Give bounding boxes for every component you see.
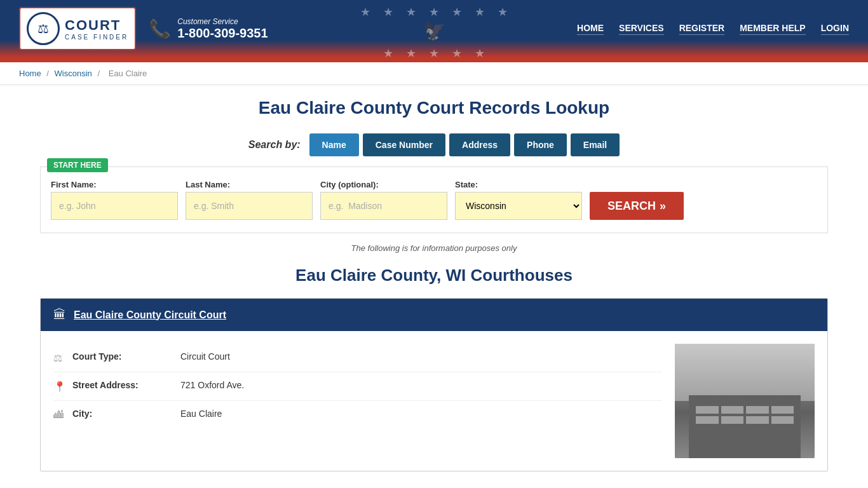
state-label: State:	[455, 180, 582, 189]
window-2	[721, 406, 744, 414]
breadcrumb-current: Eau Claire	[109, 69, 147, 78]
building-windows	[696, 406, 794, 424]
stars-row-top: ★★★★★★★	[360, 5, 508, 19]
header-stars-decoration: ★★★★★★★ 🦅 ★★★★★	[360, 0, 508, 60]
courthouse-name-link[interactable]: Eau Claire County Circuit Court	[74, 309, 226, 321]
tab-address[interactable]: Address	[449, 133, 510, 156]
gavel-icon: ⚖	[53, 352, 66, 364]
header-left: ⚖ COURT CASE FINDER 📞 Customer Service 1…	[19, 7, 268, 50]
search-by-label: Search by:	[248, 139, 301, 151]
city-icon: 🏙	[53, 409, 66, 421]
courthouse-icon: 🏛	[53, 308, 66, 322]
eagle-icon: 🦅	[423, 20, 445, 41]
breadcrumb: Home / Wisconsin / Eau Claire	[0, 62, 868, 85]
search-button[interactable]: SEARCH »	[590, 192, 684, 220]
courthouse-card: 🏛 Eau Claire County Circuit Court ⚖ Cour…	[40, 298, 828, 471]
breadcrumb-home[interactable]: Home	[19, 69, 41, 78]
street-address-label: Street Address:	[72, 380, 174, 390]
state-select[interactable]: AlabamaAlaskaArizonaArkansasCaliforniaCo…	[455, 192, 582, 220]
window-4	[771, 406, 794, 414]
last-name-input[interactable]	[186, 192, 313, 220]
nav-register[interactable]: REGISTER	[679, 23, 725, 35]
detail-row-court-type: ⚖ Court Type: Circuit Court	[53, 344, 662, 372]
search-button-chevrons: »	[660, 200, 666, 213]
main-nav: HOME SERVICES REGISTER MEMBER HELP LOGIN	[577, 23, 849, 35]
window-1	[696, 406, 719, 414]
court-type-label: Court Type:	[72, 351, 174, 362]
logo-text: COURT CASE FINDER	[65, 17, 128, 41]
detail-row-city: 🏙 City: Eau Claire	[53, 401, 662, 428]
city-input[interactable]	[320, 192, 447, 220]
courthouses-section-title: Eau Claire County, WI Courthouses	[40, 266, 828, 285]
courthouse-details: ⚖ Court Type: Circuit Court 📍 Street Add…	[53, 344, 662, 458]
red-bar-divider	[0, 57, 868, 62]
city-detail-value: Eau Claire	[180, 409, 222, 419]
first-name-group: First Name:	[51, 180, 178, 220]
window-5	[696, 416, 719, 424]
street-address-value: 721 Oxford Ave.	[180, 380, 244, 390]
nav-member-help[interactable]: MEMBER HELP	[740, 23, 805, 35]
logo-box: ⚖ COURT CASE FINDER	[19, 7, 136, 50]
customer-service-phone: 1-800-309-9351	[177, 26, 268, 41]
site-header: ⚖ COURT CASE FINDER 📞 Customer Service 1…	[0, 0, 868, 57]
window-8	[771, 416, 794, 424]
first-name-input[interactable]	[51, 192, 178, 220]
state-group: State: AlabamaAlaskaArizonaArkansasCalif…	[455, 180, 582, 220]
phone-icon: 📞	[149, 18, 171, 39]
logo-case-finder-label: CASE FINDER	[65, 34, 128, 41]
breadcrumb-sep-2: /	[97, 69, 102, 78]
detail-row-street-address: 📍 Street Address: 721 Oxford Ave.	[53, 372, 662, 401]
courthouse-body: ⚖ Court Type: Circuit Court 📍 Street Add…	[41, 331, 827, 471]
logo-icon: ⚖	[27, 12, 60, 45]
window-3	[746, 406, 769, 414]
location-icon: 📍	[53, 381, 66, 393]
building-sky	[675, 344, 815, 401]
logo-court-label: COURT	[65, 17, 128, 34]
city-group: City (optional):	[320, 180, 447, 220]
breadcrumb-wisconsin[interactable]: Wisconsin	[55, 69, 92, 78]
courthouse-header: 🏛 Eau Claire County Circuit Court	[41, 299, 827, 331]
building-placeholder	[675, 344, 815, 458]
form-fields: First Name: Last Name: City (optional): …	[51, 180, 817, 220]
window-6	[721, 416, 744, 424]
last-name-label: Last Name:	[186, 180, 313, 189]
customer-service-label: Customer Service	[177, 17, 268, 26]
nav-services[interactable]: SERVICES	[619, 23, 664, 35]
last-name-group: Last Name:	[186, 180, 313, 220]
first-name-label: First Name:	[51, 180, 178, 189]
tab-name[interactable]: Name	[309, 133, 359, 156]
building-body	[689, 395, 801, 458]
search-button-label: SEARCH	[607, 200, 656, 213]
tab-email[interactable]: Email	[571, 133, 620, 156]
court-type-value: Circuit Court	[180, 351, 230, 362]
city-detail-label: City:	[72, 409, 174, 419]
nav-home[interactable]: HOME	[577, 23, 604, 35]
info-note: The following is for information purpose…	[40, 243, 828, 253]
tab-phone[interactable]: Phone	[514, 133, 567, 156]
nav-login[interactable]: LOGIN	[821, 23, 849, 35]
courthouse-image	[675, 344, 815, 458]
search-by-row: Search by: Name Case Number Address Phon…	[40, 133, 828, 156]
customer-service: 📞 Customer Service 1-800-309-9351	[149, 17, 268, 41]
page-title: Eau Claire County Court Records Lookup	[40, 98, 828, 118]
window-7	[746, 416, 769, 424]
search-form-container: START HERE First Name: Last Name: City (…	[40, 166, 828, 233]
breadcrumb-sep-1: /	[46, 69, 51, 78]
start-here-badge: START HERE	[47, 158, 108, 172]
city-label: City (optional):	[320, 180, 447, 189]
tab-case-number[interactable]: Case Number	[363, 133, 445, 156]
main-content: Eau Claire County Court Records Lookup S…	[21, 85, 847, 488]
